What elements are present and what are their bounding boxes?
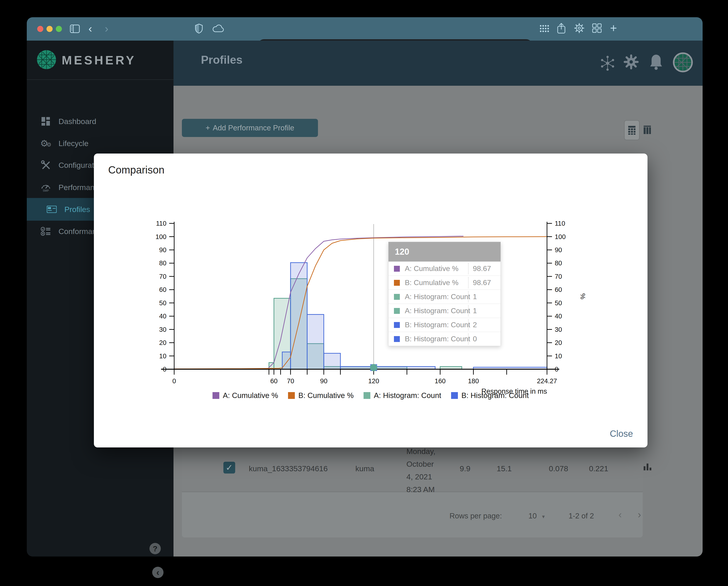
brand[interactable]: MESHERY	[27, 41, 174, 80]
svg-text:120: 120	[368, 377, 379, 384]
tab-overview-icon[interactable]	[592, 23, 602, 34]
series-swatch	[394, 308, 400, 314]
comparison-chart[interactable]: 0010102020303040405050606070708080909010…	[136, 204, 599, 415]
back-button[interactable]: ‹	[88, 22, 92, 35]
sidebar-collapse-button[interactable]: ‹	[152, 567, 163, 578]
table-view-toggle[interactable]	[640, 120, 655, 140]
minimize-window-button[interactable]	[47, 26, 53, 32]
add-performance-profile-button[interactable]: + Add Performance Profile	[182, 119, 318, 137]
tooltip-row: B: Histogram: Count2	[389, 318, 500, 332]
user-avatar[interactable]	[672, 52, 693, 74]
tooltip-separator	[468, 263, 469, 274]
chart-tooltip: 120 A: Cumulative %98.67B: Cumulative %9…	[388, 242, 501, 346]
svg-text:80: 80	[159, 260, 166, 267]
svg-text:60: 60	[555, 286, 562, 293]
legend-label: A: Cumulative %	[223, 391, 278, 400]
legend-swatch	[288, 392, 295, 399]
settings-gear-icon[interactable]	[574, 23, 585, 34]
tooltip-row: A: Histogram: Count1	[389, 290, 500, 304]
sidebar-item-label: Lifecycle	[58, 139, 88, 148]
browser-chrome: ‹ › localhost:9081/performance/profiles …	[27, 17, 703, 41]
row-chart-icon[interactable]	[644, 463, 651, 470]
lifecycle-gears-icon: ⚙⚙	[41, 139, 51, 148]
plus-icon: +	[206, 124, 210, 132]
svg-text:30: 30	[159, 326, 166, 333]
check-icon: ✓	[226, 463, 233, 473]
svg-text:0: 0	[172, 377, 176, 384]
next-page-button[interactable]: ›	[638, 509, 641, 520]
help-button[interactable]: ?	[150, 543, 161, 554]
legend-item[interactable]: A: Histogram: Count	[364, 391, 441, 400]
cloud-icon[interactable]	[212, 25, 224, 33]
legend-item[interactable]: B: Histogram: Count	[451, 391, 529, 400]
chart-legend: A: Cumulative %B: Cumulative %A: Histogr…	[94, 391, 648, 400]
series-swatch	[394, 322, 400, 328]
close-window-button[interactable]	[37, 26, 43, 32]
svg-text:10: 10	[555, 352, 562, 360]
screenshot-root: ‹ › localhost:9081/performance/profiles …	[0, 0, 728, 586]
browser-sidebar-toggle-icon[interactable]	[70, 25, 80, 34]
tooltip-label: A: Histogram: Count	[405, 307, 470, 315]
row-name: kuma_1633353794616	[249, 464, 328, 473]
prev-page-button[interactable]: ‹	[619, 509, 622, 520]
tooltip-rows: A: Cumulative %98.67B: Cumulative %98.67…	[389, 262, 500, 346]
share-icon[interactable]	[557, 23, 566, 35]
chevron-left-icon: ‹	[619, 509, 622, 520]
svg-text:60: 60	[159, 286, 166, 293]
tooltip-value: 98.67	[473, 278, 491, 287]
tooltip-value: 1	[473, 293, 477, 301]
app-header: Profiles	[174, 41, 703, 86]
tooltip-separator	[468, 305, 469, 316]
tooltip-label: A: Cumulative %	[405, 264, 459, 273]
tooltip-value: 1	[473, 307, 477, 315]
settings-icon[interactable]	[623, 54, 639, 71]
rows-per-page-select[interactable]: 10 ▾	[528, 512, 545, 520]
maximize-window-button[interactable]	[56, 26, 62, 32]
svg-text:40: 40	[159, 313, 166, 320]
table-row[interactable]: ✓ kuma_1633353794616 kuma Monday,October…	[182, 443, 643, 492]
tooltip-header: 120	[389, 242, 500, 262]
shield-icon[interactable]	[195, 24, 203, 34]
grid-view-toggle[interactable]	[624, 120, 640, 140]
tooltip-row: B: Cumulative %98.67	[389, 275, 500, 290]
profiles-card-icon	[47, 206, 57, 213]
svg-text:90: 90	[159, 246, 166, 254]
series-swatch	[394, 336, 400, 342]
row-checkbox[interactable]: ✓	[224, 462, 235, 474]
legend-item[interactable]: B: Cumulative %	[288, 391, 354, 400]
close-button[interactable]: Close	[610, 429, 633, 439]
tooltip-separator	[468, 319, 469, 330]
mesh-adapters-icon[interactable]	[599, 55, 616, 72]
tooltip-value: 2	[473, 321, 477, 329]
svg-text:160: 160	[435, 377, 446, 384]
sidebar-item-label: Profiles	[64, 205, 90, 214]
tooltip-label: B: Histogram: Count	[405, 335, 470, 343]
row-duration: 15.1	[497, 464, 512, 473]
svg-text:100: 100	[156, 233, 166, 240]
row-p99: 0.221	[589, 464, 608, 473]
sidebar-item-label: Dashboard	[58, 117, 96, 126]
tooltip-label: B: Histogram: Count	[405, 321, 470, 329]
sidebar-item-dashboard[interactable]: Dashboard	[27, 112, 174, 131]
svg-text:30: 30	[555, 326, 562, 333]
notifications-bell-icon[interactable]	[649, 53, 664, 72]
row-date: Monday,October4, 20218:23 AM	[407, 445, 436, 496]
svg-text:60: 60	[270, 377, 278, 384]
forward-button[interactable]: ›	[105, 22, 108, 35]
apps-grid-icon[interactable]	[540, 25, 549, 33]
svg-text:100: 100	[555, 233, 566, 240]
svg-text:0: 0	[163, 366, 166, 373]
series-swatch	[394, 294, 400, 300]
svg-text:70: 70	[159, 273, 166, 280]
new-tab-icon[interactable]: +	[610, 21, 617, 35]
series-swatch	[394, 280, 400, 286]
pagination-range: 1-2 of 2	[569, 512, 594, 520]
modal-title: Comparison	[108, 164, 164, 176]
series-swatch	[394, 266, 400, 272]
svg-text:50: 50	[555, 299, 562, 307]
legend-item[interactable]: A: Cumulative %	[212, 391, 278, 400]
brand-name: MESHERY	[62, 53, 136, 67]
sidebar-item-lifecycle[interactable]: ⚙⚙ Lifecycle	[27, 134, 174, 153]
comparison-modal: Comparison 00101020203030404050506060707…	[94, 154, 648, 448]
svg-text:70: 70	[555, 273, 562, 280]
